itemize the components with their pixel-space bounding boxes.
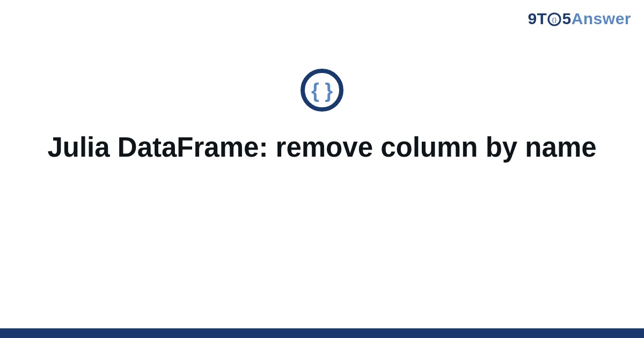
svg-text:{ }: { } bbox=[311, 79, 333, 102]
code-braces-icon: { } bbox=[299, 68, 345, 115]
brand-part-1: 9T bbox=[528, 10, 547, 28]
footer-accent-bar bbox=[0, 328, 644, 338]
page-title: Julia DataFrame: remove column by name bbox=[0, 130, 644, 165]
svg-text:{}: {} bbox=[552, 17, 558, 23]
brand-logo: 9T {} 5 Answer bbox=[528, 10, 631, 28]
brand-part-2: 5 bbox=[562, 10, 571, 28]
brand-part-3: Answer bbox=[572, 10, 631, 28]
brand-o-icon: {} bbox=[547, 12, 561, 26]
